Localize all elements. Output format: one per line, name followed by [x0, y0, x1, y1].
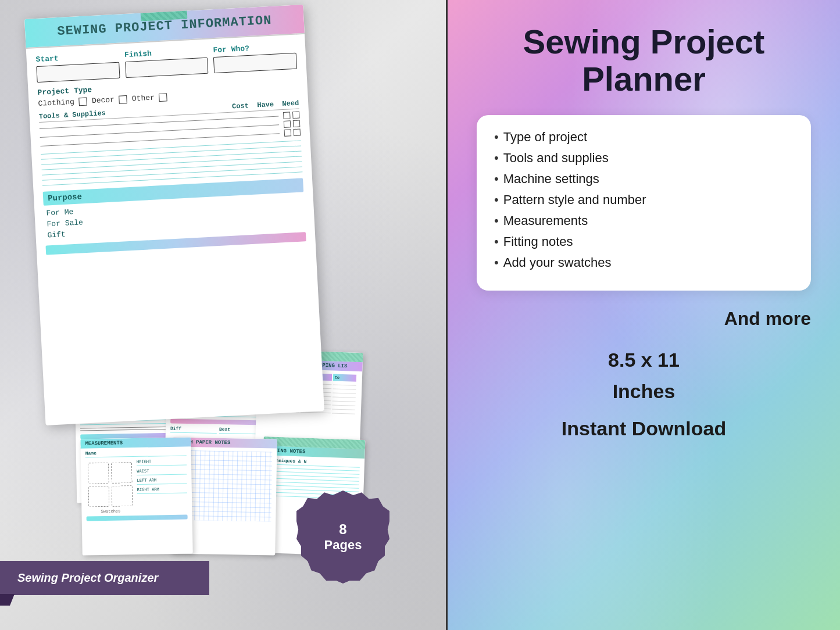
supply-checkboxes-2	[284, 120, 301, 127]
card-tape-decoration	[140, 6, 187, 21]
supply-checkboxes-3	[284, 128, 301, 136]
supply-checkboxes-1	[283, 112, 300, 119]
type-clothing: Clothing	[38, 98, 74, 108]
start-field: Start	[35, 51, 120, 83]
ribbon-tail	[0, 594, 15, 606]
type-decor: Decor	[92, 95, 115, 105]
shop-col-cost: Co	[333, 374, 357, 381]
feature-6: • Fitting notes	[494, 234, 793, 249]
instant-download-label: Instant Download	[477, 416, 811, 441]
finish-box	[125, 58, 209, 78]
checkbox-clothing[interactable]	[79, 97, 88, 106]
ribbon-text: Sewing Project Organizer	[0, 561, 209, 595]
bullet-7: •	[494, 255, 499, 270]
checkbox-other[interactable]	[159, 93, 167, 102]
supplies-label: Tools & Supplies	[38, 109, 106, 121]
feature-1: • Type of project	[494, 130, 793, 145]
feature-3: • Machine settings	[494, 171, 793, 187]
product-title: Sewing Project Planner	[477, 23, 811, 98]
card-body: Start Finish For Who? Project Type Cloth…	[26, 34, 316, 263]
instant-download-section: Instant Download	[477, 416, 811, 441]
spec-size: 8.5 x 11	[477, 347, 811, 373]
purpose-section: Purpose For Me For Sale Gift	[43, 178, 306, 239]
forwho-field: For Who?	[213, 42, 297, 73]
type-other: Other	[131, 94, 155, 103]
swatch-3	[88, 486, 110, 507]
checkbox-decor[interactable]	[119, 95, 128, 103]
right-panel: Sewing Project Planner • Type of project…	[448, 0, 840, 630]
swatch-4	[112, 485, 133, 507]
badge-unit: Pages	[324, 538, 362, 553]
sc-body-measurements: Name Swatches HEIGHT	[81, 446, 192, 523]
features-card: • Type of project • Tools and supplies •…	[477, 115, 811, 291]
supplies-cols: Cost Have Need	[232, 99, 299, 111]
badge-shape: 8 Pages	[296, 491, 389, 584]
bullet-1: •	[494, 130, 499, 145]
feature-2: • Tools and supplies	[494, 151, 793, 166]
swatch-grid	[88, 462, 133, 507]
pages-badge: 8 Pages	[296, 491, 389, 584]
right-content: Sewing Project Planner • Type of project…	[477, 23, 811, 447]
bullet-5: •	[494, 213, 499, 228]
main-product-card: SEWING PROJECT INFORMATION Start Finish …	[24, 5, 324, 425]
panel-divider	[446, 0, 448, 630]
bullet-6: •	[494, 234, 499, 249]
left-panel: SEWING PROJECT INFORMATION Start Finish …	[0, 0, 448, 630]
bullet-4: •	[494, 192, 499, 207]
finish-field: Finish	[124, 46, 209, 78]
feature-5: • Measurements	[494, 213, 793, 228]
sc-name-label: Name	[85, 449, 187, 456]
badge-number: 8	[339, 521, 346, 538]
swatch-1	[88, 463, 109, 484]
ribbon-banner: Sewing Project Organizer	[0, 561, 209, 595]
start-box	[36, 62, 120, 83]
feature-4: • Pattern style and number	[494, 192, 793, 207]
swatches-label: Swatches	[86, 509, 135, 514]
feature-7: • Add your swatches	[494, 255, 793, 270]
spec-unit: Inches	[477, 378, 811, 404]
specs-section: 8.5 x 11 Inches	[477, 347, 811, 404]
forwho-box	[213, 53, 297, 73]
bullet-2: •	[494, 151, 499, 166]
and-more-label: And more	[477, 308, 811, 330]
swatch-2	[111, 462, 133, 484]
bullet-3: •	[494, 171, 499, 187]
small-card-measurements: MEASUREMENTS Name Swatches	[80, 437, 192, 555]
